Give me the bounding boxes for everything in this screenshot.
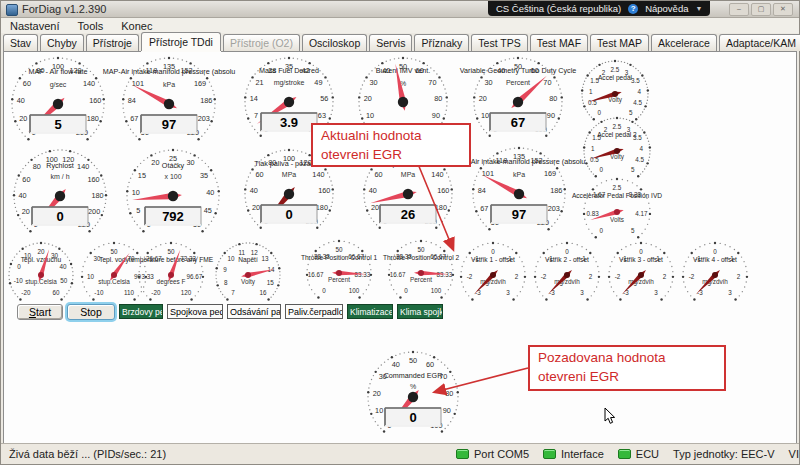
button-brzdovy-ped[interactable]: Brzdovy ped. <box>119 304 163 319</box>
app-icon <box>6 4 18 16</box>
chevron-down-icon[interactable]: ▼ <box>695 5 702 12</box>
maximize-icon[interactable]: ▢ <box>751 3 771 16</box>
button-paliv-erpadlo[interactable]: Paliv.čerpadlo <box>285 304 343 319</box>
status-led-ecu: ECU <box>618 448 659 460</box>
status-bar: Živá data běží ... (PIDs/sec.: 21) Port … <box>1 443 799 464</box>
annotation-otevreni-egr-1: Aktualni hodnotaotevreni EGR <box>311 123 471 167</box>
button-start[interactable]: Start <box>17 304 63 320</box>
button-klimatizace[interactable]: Klimatizace <box>347 304 393 319</box>
mouse-cursor-icon <box>604 408 617 429</box>
title-bar: ForDiag v1.2.390 CS Čeština (Česká repub… <box>1 1 799 18</box>
annotation-otevreni-egr-2: Pozadovana hodnotaotevreni EGR <box>528 345 726 391</box>
button-stop[interactable]: Stop <box>67 304 115 320</box>
status-led-port-com5: Port COM5 <box>456 448 529 460</box>
status-led-interface: Interface <box>543 448 604 460</box>
tab-test-tps[interactable]: Test TPS <box>471 34 527 51</box>
tab-akcelerace[interactable]: Akcelerace <box>651 34 717 51</box>
window-controls: –▢✕ <box>729 3 793 16</box>
tab-p-znaky[interactable]: Příznaky <box>414 34 469 51</box>
app-window: ForDiag v1.2.390 CS Čeština (Česká repub… <box>0 0 800 465</box>
tab-stav[interactable]: Stav <box>3 34 38 51</box>
language-bar[interactable]: CS Čeština (Česká republika) ? Nápověda … <box>488 1 710 16</box>
green-led-icon <box>543 449 556 459</box>
button-klima-spojka[interactable]: Klima spojka <box>397 304 443 319</box>
button-ods-v-n-par[interactable]: Odsávání par <box>227 304 281 319</box>
status-unit-type: Typ jednotky: EEC-V <box>673 448 775 460</box>
language-label[interactable]: CS Čeština (Česká republika) <box>496 3 621 14</box>
menu-tools[interactable]: Tools <box>69 20 113 32</box>
tab-bar: StavChybyPřístrojePřístroje TDdiPřístroj… <box>3 33 799 51</box>
tab-p-stroje-tddi[interactable]: Přístroje TDdi <box>141 32 221 51</box>
help-label[interactable]: Nápověda <box>645 3 688 14</box>
window-title: ForDiag v1.2.390 <box>22 3 106 15</box>
tab-test-map[interactable]: Test MAP <box>590 34 649 51</box>
help-icon[interactable]: ? <box>628 4 638 14</box>
menu-bar: NastaveníToolsKonec <box>1 18 799 33</box>
button-row: StartStopBrzdovy ped.Spojkova ped.Odsává… <box>17 304 443 320</box>
tab-osciloskop[interactable]: Osciloskop <box>302 34 367 51</box>
close-icon[interactable]: ✕ <box>773 3 793 16</box>
tab-chyby[interactable]: Chyby <box>40 34 84 51</box>
menu-nastaven[interactable]: Nastavení <box>1 20 69 32</box>
button-spojkova-ped[interactable]: Spojkova ped. <box>167 304 223 319</box>
tab-servis[interactable]: Servis <box>369 34 412 51</box>
menu-konec[interactable]: Konec <box>112 20 161 32</box>
status-vin: VIN: WF0WXXGCDW7L1791 <box>789 448 799 460</box>
status-right: Port COM5InterfaceECU Typ jednotky: EEC-… <box>456 444 799 464</box>
tab-p-stroje-o2[interactable]: Přístroje (O2) <box>223 34 300 51</box>
tab-test-maf[interactable]: Test MAF <box>530 34 588 51</box>
tab-p-stroje[interactable]: Přístroje <box>86 34 139 51</box>
green-led-icon <box>618 449 631 459</box>
status-live-data: Živá data běží ... (PIDs/sec.: 21) <box>9 444 166 464</box>
tab-adaptace-kam[interactable]: Adaptace/KAM <box>719 34 800 51</box>
minimize-icon[interactable]: – <box>729 3 749 16</box>
green-led-icon <box>456 449 469 459</box>
